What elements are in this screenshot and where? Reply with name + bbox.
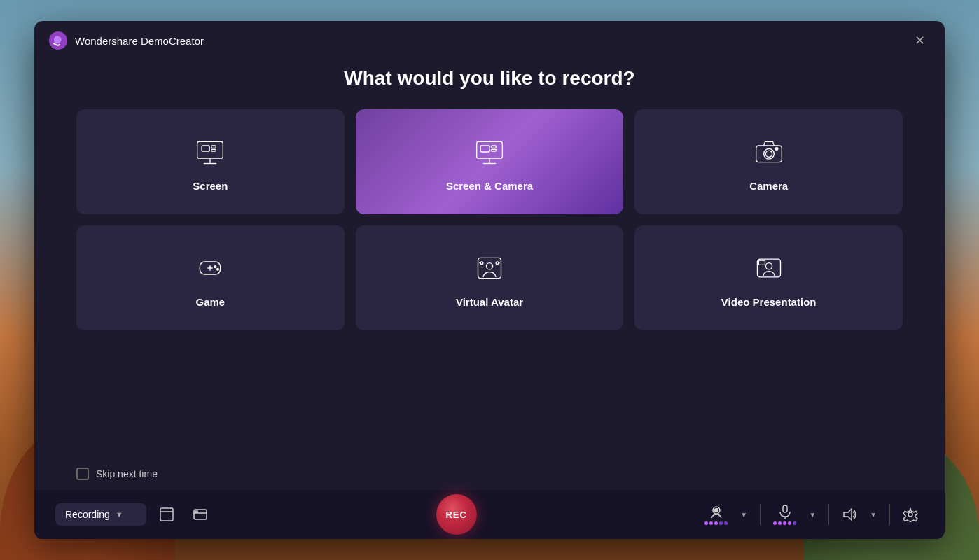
recording-dropdown[interactable]: Recording ▼ [55,503,146,526]
svg-point-21 [217,268,219,270]
webcam-button[interactable] [699,500,733,529]
svg-marker-40 [844,509,852,520]
divider-1 [760,504,761,525]
speaker-button[interactable] [836,503,863,526]
svg-rect-10 [480,145,490,151]
virtual-avatar-label: Virtual Avatar [456,296,523,308]
settings-icon [903,507,918,522]
mic-group: ▼ [768,500,821,529]
game-icon [195,253,225,288]
screen-camera-label: Screen & Camera [446,180,533,192]
option-card-game[interactable]: Game [76,225,345,330]
speaker-dropdown-button[interactable]: ▼ [864,507,882,523]
svg-rect-30 [758,260,765,265]
dot [714,522,718,525]
dot [793,522,796,525]
dot [704,522,708,525]
svg-point-41 [908,512,912,517]
option-card-camera[interactable]: Camera [634,109,903,214]
webcam-icon [709,504,724,519]
options-grid: Screen Screen & Camera [76,109,903,330]
dot [773,522,777,525]
webcam-dropdown-button[interactable]: ▼ [735,507,753,523]
app-logo [48,31,68,50]
dropdown-arrow-icon: ▼ [116,510,123,519]
svg-rect-4 [202,145,209,150]
mic-dropdown-button[interactable]: ▼ [803,507,821,523]
camera-label: Camera [749,180,788,192]
window-icon [193,507,208,522]
full-screen-button[interactable] [153,503,180,526]
mic-button[interactable] [768,500,802,529]
svg-point-15 [765,150,772,157]
svg-rect-1 [197,141,223,158]
option-card-video-presentation[interactable]: Video Presentation [634,225,903,330]
svg-rect-38 [783,505,787,512]
option-card-screen[interactable]: Screen [76,109,345,214]
divider-3 [889,504,890,525]
page-title: What would you like to record? [344,67,634,90]
camera-icon [754,136,784,172]
mic-dots [773,522,796,525]
svg-rect-22 [478,258,501,278]
screen-label: Screen [193,180,228,192]
screen-icon [195,136,225,172]
toolbar-right: ▼ [699,500,924,529]
title-bar: Wondershare DemoCreator ✕ [34,21,945,60]
screen-camera-icon [474,136,505,172]
toolbar-center: REC [436,494,477,535]
video-presentation-label: Video Presentation [721,296,817,308]
dot [724,522,728,525]
svg-point-24 [480,261,483,264]
svg-point-23 [486,262,492,269]
full-screen-icon [159,507,174,522]
divider-2 [828,504,829,525]
svg-rect-28 [757,259,780,277]
dot [783,522,786,525]
svg-rect-31 [160,508,173,521]
skip-checkbox[interactable] [76,468,89,480]
dot [778,522,782,525]
main-content: What would you like to record? Screen [34,60,945,458]
recording-label: Recording [65,509,110,520]
game-label: Game [195,296,225,308]
svg-point-29 [765,262,772,269]
svg-rect-6 [211,149,216,151]
option-card-screen-camera[interactable]: Screen & Camera [356,109,624,214]
speaker-chevron-icon: ▼ [870,511,877,519]
dot [719,522,723,525]
window-button[interactable] [187,503,214,526]
rec-button[interactable]: REC [436,494,477,535]
close-button[interactable]: ✕ [909,31,931,50]
svg-rect-35 [195,511,197,512]
svg-rect-12 [492,149,496,151]
webcam-dots [704,522,728,525]
dot [709,522,713,525]
svg-rect-11 [492,145,496,148]
mic-icon [777,504,793,519]
svg-point-37 [714,509,718,512]
rec-label: REC [445,510,466,520]
dot [788,522,791,525]
video-presentation-icon [754,253,784,288]
skip-label: Skip next time [96,468,158,479]
speaker-group: ▼ [836,503,882,526]
virtual-avatar-icon [474,253,505,288]
svg-point-16 [775,147,778,150]
skip-area: Skip next time [34,458,945,490]
webcam-group: ▼ [699,500,753,529]
main-window: Wondershare DemoCreator ✕ What would you… [34,21,945,539]
svg-rect-5 [211,145,216,148]
speaker-icon [842,507,857,522]
mic-chevron-icon: ▼ [809,511,816,519]
toolbar-left: Recording ▼ [55,503,214,526]
svg-point-20 [214,265,216,267]
option-card-virtual-avatar[interactable]: Virtual Avatar [356,225,624,330]
settings-button[interactable] [897,503,924,526]
app-title: Wondershare DemoCreator [75,35,204,47]
toolbar: Recording ▼ REC [34,490,945,539]
svg-point-25 [496,261,499,264]
title-bar-left: Wondershare DemoCreator [48,31,204,50]
webcam-chevron-icon: ▼ [740,511,747,519]
